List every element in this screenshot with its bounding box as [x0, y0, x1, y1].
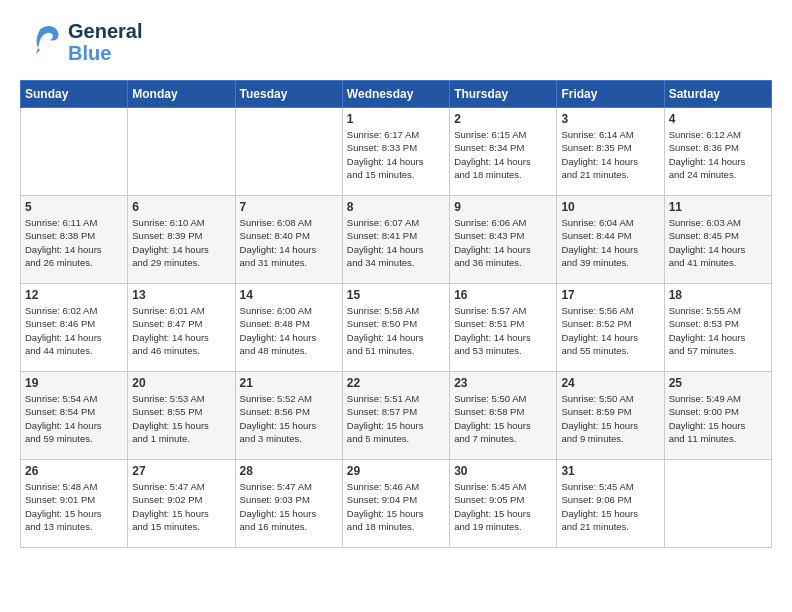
day-number: 22 — [347, 376, 445, 390]
calendar-cell: 24Sunrise: 5:50 AM Sunset: 8:59 PM Dayli… — [557, 372, 664, 460]
cell-content: Sunrise: 5:55 AM Sunset: 8:53 PM Dayligh… — [669, 304, 767, 357]
cell-content: Sunrise: 5:58 AM Sunset: 8:50 PM Dayligh… — [347, 304, 445, 357]
day-number: 19 — [25, 376, 123, 390]
day-number: 7 — [240, 200, 338, 214]
calendar-cell: 15Sunrise: 5:58 AM Sunset: 8:50 PM Dayli… — [342, 284, 449, 372]
cell-content: Sunrise: 5:45 AM Sunset: 9:06 PM Dayligh… — [561, 480, 659, 533]
cell-content: Sunrise: 5:50 AM Sunset: 8:58 PM Dayligh… — [454, 392, 552, 445]
calendar-cell: 3Sunrise: 6:14 AM Sunset: 8:35 PM Daylig… — [557, 108, 664, 196]
day-number: 18 — [669, 288, 767, 302]
cell-content: Sunrise: 5:47 AM Sunset: 9:03 PM Dayligh… — [240, 480, 338, 533]
week-row-4: 26Sunrise: 5:48 AM Sunset: 9:01 PM Dayli… — [21, 460, 772, 548]
cell-content: Sunrise: 6:02 AM Sunset: 8:46 PM Dayligh… — [25, 304, 123, 357]
day-number: 4 — [669, 112, 767, 126]
cell-content: Sunrise: 6:06 AM Sunset: 8:43 PM Dayligh… — [454, 216, 552, 269]
day-number: 25 — [669, 376, 767, 390]
calendar-body: 1Sunrise: 6:17 AM Sunset: 8:33 PM Daylig… — [21, 108, 772, 548]
calendar-cell: 21Sunrise: 5:52 AM Sunset: 8:56 PM Dayli… — [235, 372, 342, 460]
logo-general: General — [68, 20, 142, 42]
cell-content: Sunrise: 5:53 AM Sunset: 8:55 PM Dayligh… — [132, 392, 230, 445]
calendar-cell: 28Sunrise: 5:47 AM Sunset: 9:03 PM Dayli… — [235, 460, 342, 548]
calendar-cell: 13Sunrise: 6:01 AM Sunset: 8:47 PM Dayli… — [128, 284, 235, 372]
calendar-cell: 14Sunrise: 6:00 AM Sunset: 8:48 PM Dayli… — [235, 284, 342, 372]
day-number: 15 — [347, 288, 445, 302]
calendar-cell: 8Sunrise: 6:07 AM Sunset: 8:41 PM Daylig… — [342, 196, 449, 284]
header-row: SundayMondayTuesdayWednesdayThursdayFrid… — [21, 81, 772, 108]
cell-content: Sunrise: 6:10 AM Sunset: 8:39 PM Dayligh… — [132, 216, 230, 269]
calendar-cell: 27Sunrise: 5:47 AM Sunset: 9:02 PM Dayli… — [128, 460, 235, 548]
day-number: 29 — [347, 464, 445, 478]
day-number: 2 — [454, 112, 552, 126]
calendar-cell: 22Sunrise: 5:51 AM Sunset: 8:57 PM Dayli… — [342, 372, 449, 460]
cell-content: Sunrise: 5:57 AM Sunset: 8:51 PM Dayligh… — [454, 304, 552, 357]
calendar-cell: 7Sunrise: 6:08 AM Sunset: 8:40 PM Daylig… — [235, 196, 342, 284]
cell-content: Sunrise: 6:01 AM Sunset: 8:47 PM Dayligh… — [132, 304, 230, 357]
cell-content: Sunrise: 5:50 AM Sunset: 8:59 PM Dayligh… — [561, 392, 659, 445]
day-number: 24 — [561, 376, 659, 390]
calendar-cell: 9Sunrise: 6:06 AM Sunset: 8:43 PM Daylig… — [450, 196, 557, 284]
calendar: SundayMondayTuesdayWednesdayThursdayFrid… — [20, 80, 772, 548]
day-number: 3 — [561, 112, 659, 126]
day-number: 31 — [561, 464, 659, 478]
calendar-cell: 23Sunrise: 5:50 AM Sunset: 8:58 PM Dayli… — [450, 372, 557, 460]
day-number: 21 — [240, 376, 338, 390]
header-day-friday: Friday — [557, 81, 664, 108]
day-number: 5 — [25, 200, 123, 214]
cell-content: Sunrise: 6:00 AM Sunset: 8:48 PM Dayligh… — [240, 304, 338, 357]
calendar-cell: 2Sunrise: 6:15 AM Sunset: 8:34 PM Daylig… — [450, 108, 557, 196]
day-number: 6 — [132, 200, 230, 214]
day-number: 30 — [454, 464, 552, 478]
header-day-wednesday: Wednesday — [342, 81, 449, 108]
cell-content: Sunrise: 5:49 AM Sunset: 9:00 PM Dayligh… — [669, 392, 767, 445]
calendar-cell: 10Sunrise: 6:04 AM Sunset: 8:44 PM Dayli… — [557, 196, 664, 284]
calendar-cell — [235, 108, 342, 196]
cell-content: Sunrise: 5:47 AM Sunset: 9:02 PM Dayligh… — [132, 480, 230, 533]
logo-blue: Blue — [68, 42, 142, 64]
calendar-cell — [21, 108, 128, 196]
calendar-cell: 19Sunrise: 5:54 AM Sunset: 8:54 PM Dayli… — [21, 372, 128, 460]
calendar-cell: 25Sunrise: 5:49 AM Sunset: 9:00 PM Dayli… — [664, 372, 771, 460]
header-day-monday: Monday — [128, 81, 235, 108]
day-number: 27 — [132, 464, 230, 478]
calendar-cell: 1Sunrise: 6:17 AM Sunset: 8:33 PM Daylig… — [342, 108, 449, 196]
day-number: 16 — [454, 288, 552, 302]
day-number: 26 — [25, 464, 123, 478]
day-number: 8 — [347, 200, 445, 214]
calendar-cell: 17Sunrise: 5:56 AM Sunset: 8:52 PM Dayli… — [557, 284, 664, 372]
logo-text-wrapper: General Blue — [68, 20, 142, 64]
day-number: 23 — [454, 376, 552, 390]
logo-icon — [20, 20, 64, 64]
week-row-0: 1Sunrise: 6:17 AM Sunset: 8:33 PM Daylig… — [21, 108, 772, 196]
day-number: 14 — [240, 288, 338, 302]
cell-content: Sunrise: 5:51 AM Sunset: 8:57 PM Dayligh… — [347, 392, 445, 445]
day-number: 1 — [347, 112, 445, 126]
calendar-cell: 20Sunrise: 5:53 AM Sunset: 8:55 PM Dayli… — [128, 372, 235, 460]
calendar-cell: 29Sunrise: 5:46 AM Sunset: 9:04 PM Dayli… — [342, 460, 449, 548]
cell-content: Sunrise: 6:03 AM Sunset: 8:45 PM Dayligh… — [669, 216, 767, 269]
cell-content: Sunrise: 5:48 AM Sunset: 9:01 PM Dayligh… — [25, 480, 123, 533]
cell-content: Sunrise: 5:56 AM Sunset: 8:52 PM Dayligh… — [561, 304, 659, 357]
calendar-header: SundayMondayTuesdayWednesdayThursdayFrid… — [21, 81, 772, 108]
cell-content: Sunrise: 5:46 AM Sunset: 9:04 PM Dayligh… — [347, 480, 445, 533]
cell-content: Sunrise: 6:11 AM Sunset: 8:38 PM Dayligh… — [25, 216, 123, 269]
calendar-cell — [128, 108, 235, 196]
calendar-cell: 31Sunrise: 5:45 AM Sunset: 9:06 PM Dayli… — [557, 460, 664, 548]
cell-content: Sunrise: 6:08 AM Sunset: 8:40 PM Dayligh… — [240, 216, 338, 269]
calendar-cell: 18Sunrise: 5:55 AM Sunset: 8:53 PM Dayli… — [664, 284, 771, 372]
calendar-cell: 26Sunrise: 5:48 AM Sunset: 9:01 PM Dayli… — [21, 460, 128, 548]
week-row-2: 12Sunrise: 6:02 AM Sunset: 8:46 PM Dayli… — [21, 284, 772, 372]
day-number: 13 — [132, 288, 230, 302]
cell-content: Sunrise: 5:52 AM Sunset: 8:56 PM Dayligh… — [240, 392, 338, 445]
header: General Blue — [20, 20, 772, 64]
svg-rect-0 — [20, 20, 64, 64]
cell-content: Sunrise: 6:14 AM Sunset: 8:35 PM Dayligh… — [561, 128, 659, 181]
day-number: 28 — [240, 464, 338, 478]
week-row-1: 5Sunrise: 6:11 AM Sunset: 8:38 PM Daylig… — [21, 196, 772, 284]
header-day-sunday: Sunday — [21, 81, 128, 108]
calendar-cell: 4Sunrise: 6:12 AM Sunset: 8:36 PM Daylig… — [664, 108, 771, 196]
cell-content: Sunrise: 6:07 AM Sunset: 8:41 PM Dayligh… — [347, 216, 445, 269]
header-day-thursday: Thursday — [450, 81, 557, 108]
header-day-tuesday: Tuesday — [235, 81, 342, 108]
day-number: 11 — [669, 200, 767, 214]
calendar-cell: 6Sunrise: 6:10 AM Sunset: 8:39 PM Daylig… — [128, 196, 235, 284]
